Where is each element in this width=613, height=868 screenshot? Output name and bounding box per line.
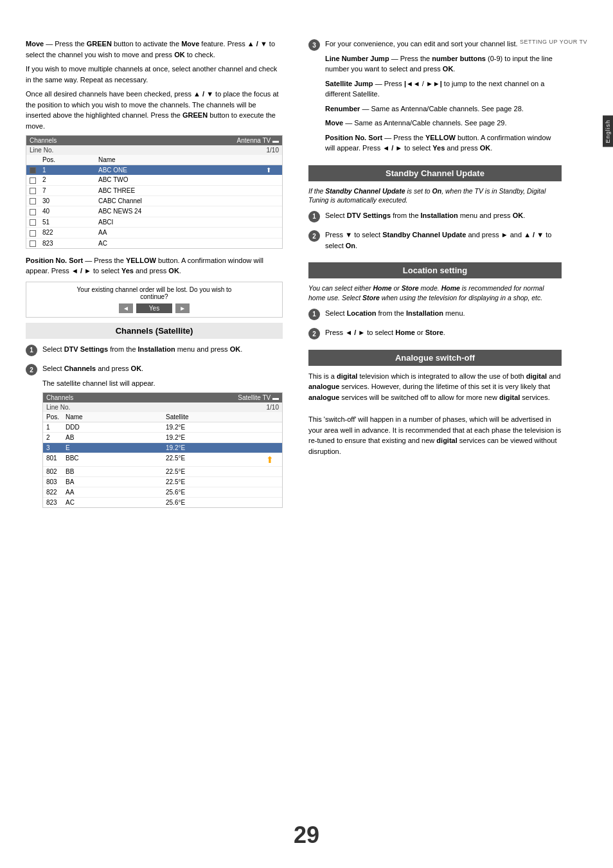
antenna-name-2: ABC TWO — [98, 176, 266, 183]
english-label: English — [605, 120, 611, 143]
english-tab: English — [603, 116, 613, 147]
confirm-right-btn[interactable]: ► — [175, 303, 190, 313]
sat-col-pos: Pos. — [46, 413, 66, 420]
sat-name-6: BA — [66, 478, 166, 485]
standby-step-2-text: Press ▼ to select Standby Channel Update… — [325, 230, 562, 251]
sat-row-3: 3 E 19.2°E — [43, 443, 282, 453]
confirm-buttons: ◄ Yes ► — [30, 303, 278, 313]
location-step-1-content: Select Location from the Installation me… — [325, 308, 562, 323]
sat-row-4: 801 BBC 22.5°E ⬆ — [43, 453, 282, 467]
antenna-cb-6 — [30, 219, 36, 226]
antenna-name-3: ABC THREE — [98, 187, 266, 194]
standby-italic-note: If the Standby Channel Update is set to … — [308, 186, 562, 205]
move-para3: Once all desired channels have been chec… — [26, 89, 283, 131]
antenna-pos-6: 51 — [42, 219, 98, 226]
sat-satellite-7: 25.6°E — [166, 489, 266, 496]
position-sort-text: Position No. Sort — Press the YELLOW but… — [26, 255, 283, 276]
sat-col-satellite: Satellite — [166, 413, 266, 420]
sat-satellite-2: 19.2°E — [166, 434, 266, 441]
sat-pos-1: 1 — [46, 424, 66, 431]
sat-col-name: Name — [66, 413, 166, 420]
sat-name-3: E — [66, 444, 166, 451]
antenna-name-1: ABC ONE — [98, 167, 266, 174]
standby-step-circle-1: 1 — [308, 211, 320, 222]
sat-name-1: DDD — [66, 424, 166, 431]
antenna-col-icon — [266, 156, 279, 163]
sat-pos-8: 823 — [46, 499, 66, 506]
sat-pos-3: 3 — [46, 444, 66, 451]
sat-row-5: 802 BB 22.5°E — [43, 467, 282, 477]
sat-name-7: AA — [66, 489, 166, 496]
channels-satellite-title: Channels (Satellite) — [26, 323, 283, 339]
antenna-row-1: 1 ABC ONE ⬆ — [26, 165, 282, 175]
location-setting-label: Location setting — [403, 266, 467, 275]
right-step-circle-3: 3 — [308, 39, 320, 51]
confirm-box: Your existing channel order will be lost… — [26, 282, 283, 318]
move-intro: Move — Press the GREEN button to activat… — [26, 39, 283, 60]
page-number-value: 29 — [294, 822, 319, 848]
antenna-table-type: Antenna TV ▬ — [237, 137, 279, 144]
analogue-switchoff-label: Analogue switch-off — [395, 353, 475, 363]
antenna-col-cb — [30, 156, 42, 163]
antenna-name-6: ABCI — [98, 219, 266, 226]
antenna-lineno-val: 1/10 — [267, 147, 279, 154]
location-setting-title: Location setting — [308, 262, 562, 278]
satellite-step-1-text: Select DTV Settings from the Installatio… — [42, 344, 283, 355]
antenna-cb-4 — [30, 198, 36, 204]
antenna-name-5: ABC NEWS 24 — [98, 208, 266, 215]
location-step-2: 2 Press ◄ / ► to select Home or Store. — [308, 327, 562, 342]
location-italic-note: You can select either Home or Store mode… — [308, 284, 562, 302]
antenna-table-header: Channels Antenna TV ▬ — [26, 136, 282, 145]
sat-pos-7: 822 — [46, 489, 66, 496]
confirm-left-btn[interactable]: ◄ — [119, 303, 133, 313]
antenna-cb-3 — [30, 188, 36, 194]
move-text: Move — Same as Antenna/Cable channels. S… — [325, 118, 562, 129]
location-step-1: 1 Select Location from the Installation … — [308, 308, 562, 323]
antenna-row-3: 7 ABC THREE — [26, 186, 282, 196]
antenna-name-7: AA — [98, 229, 266, 236]
satellite-step-2-content: Select Channels and press OK. The satell… — [42, 363, 283, 514]
sat-row-8: 823 AC 25.6°E — [43, 498, 282, 507]
sat-pos-5: 802 — [46, 468, 66, 475]
satellite-channel-table: Channels Satellite TV ▬ Line No. 1/10 Po… — [42, 392, 283, 508]
antenna-pos-1: 1 — [42, 167, 98, 174]
satellite-step-2: 2 Select Channels and press OK. The sate… — [26, 363, 283, 514]
antenna-name-8: AC — [98, 240, 266, 247]
location-step-circle-2: 2 — [308, 328, 320, 339]
confirm-yes-btn[interactable]: Yes — [136, 303, 172, 313]
sat-name-2: AB — [66, 434, 166, 441]
antenna-col-name: Name — [98, 156, 266, 163]
sat-satellite-5: 22.5°E — [166, 468, 266, 475]
standby-step-1: 1 Select DTV Settings from the Installat… — [308, 210, 562, 225]
right-step-3-content: For your convenience, you can edit and s… — [325, 39, 562, 158]
confirm-text: Your existing channel order will be lost… — [30, 286, 278, 300]
sat-satellite-6: 22.5°E — [166, 478, 266, 485]
satellite-table-type: Satellite TV ▬ — [238, 394, 279, 401]
standby-channel-update-title: Standby Channel Update — [308, 165, 562, 181]
setting-label: SETTING UP YOUR TV — [520, 39, 587, 45]
sat-name-8: AC — [66, 499, 166, 506]
right-step-3: 3 For your convenience, you can edit and… — [308, 39, 562, 158]
main-content: Move — Press the GREEN button to activat… — [0, 0, 613, 545]
sat-satellite-8: 25.6°E — [166, 499, 266, 506]
sat-row-7: 822 AA 25.6°E — [43, 487, 282, 498]
antenna-cb-2 — [30, 177, 36, 184]
antenna-pos-5: 40 — [42, 208, 98, 215]
satellite-step-2-text: Select Channels and press OK. — [42, 363, 283, 374]
sat-name-4: BBC — [66, 455, 166, 465]
antenna-row-6: 51 ABCI — [26, 217, 282, 228]
analogue-switchoff-title: Analogue switch-off — [308, 350, 562, 366]
antenna-cb-5 — [30, 209, 36, 215]
antenna-cb-8 — [30, 240, 36, 247]
sat-satellite-1: 19.2°E — [166, 424, 266, 431]
standby-step-2-content: Press ▼ to select Standby Channel Update… — [325, 230, 562, 255]
antenna-name-4: CABC Channel — [98, 197, 266, 204]
sat-pos-2: 2 — [46, 434, 66, 441]
analogue-para1: This is a digital television which is in… — [308, 371, 562, 403]
sat-name-5: BB — [66, 468, 166, 475]
antenna-col-pos: Pos. — [42, 156, 98, 163]
antenna-row-2: 2 ABC TWO — [26, 175, 282, 185]
antenna-row-4: 30 CABC Channel — [26, 196, 282, 206]
satellite-table-title: Channels — [46, 394, 73, 401]
sat-satellite-3: 19.2°E — [166, 444, 266, 451]
